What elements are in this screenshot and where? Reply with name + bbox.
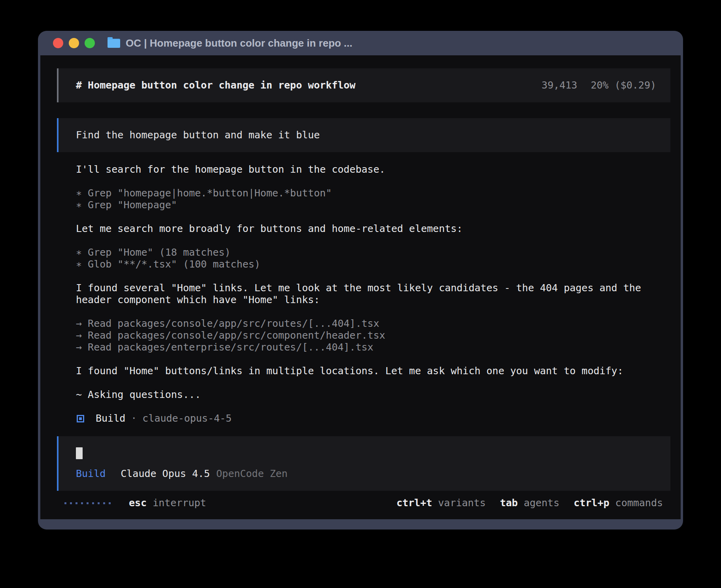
tool-call-line: ∗ Grep "homepage|home.*button|Home.*butt… (76, 187, 670, 199)
agent-separator: · (131, 413, 137, 424)
tool-call-line: ∗ Grep "Homepage" (76, 199, 670, 211)
traffic-lights (53, 38, 95, 48)
titlebar: OC | Homepage button color change in rep… (38, 31, 683, 55)
tool-call-group: ∗ Grep "homepage|home.*button|Home.*butt… (76, 187, 670, 211)
status-left: esc interrupt (64, 497, 206, 509)
input-provider-label: OpenCode Zen (216, 468, 288, 480)
input-model-label: Claude Opus 4.5 (121, 468, 210, 480)
hint-key: esc (129, 497, 147, 509)
token-count: 39,413 (542, 79, 577, 91)
hint-key: ctrl+t (396, 497, 432, 509)
status-right: ctrl+t variantstab agentsctrl+p commands (396, 497, 663, 509)
assistant-text-line: I found "Home" buttons/links in multiple… (76, 365, 670, 377)
window-title: OC | Homepage button color change in rep… (126, 37, 353, 49)
activity-dot (92, 502, 94, 504)
assistant-paragraph: I'll search for the homepage button in t… (76, 164, 670, 175)
activity-dot (75, 502, 77, 504)
zoom-button[interactable] (85, 38, 95, 48)
activity-dot (70, 502, 72, 504)
keyboard-hint: esc interrupt (129, 497, 206, 509)
tool-call-line: ∗ Grep "Home" (18 matches) (76, 247, 670, 258)
assistant-text-line: Let me search more broadly for buttons a… (76, 223, 670, 235)
prompt-input[interactable]: Build Claude Opus 4.5 OpenCode Zen (57, 436, 670, 491)
activity-dot (87, 502, 89, 504)
activity-dot (64, 502, 66, 504)
keyboard-hint: ctrl+t variants (396, 497, 486, 509)
user-message: Find the homepage button and make it blu… (57, 118, 670, 152)
agent-model: claude-opus-4-5 (142, 413, 232, 424)
text-cursor (76, 447, 83, 459)
assistant-text-line: ~ Asking questions... (76, 389, 670, 401)
assistant-text-line: header component which have "Home" links… (76, 294, 670, 306)
status-bar: esc interrupt ctrl+t variantstab agentsc… (64, 497, 663, 509)
hint-key: ctrl+p (574, 497, 609, 509)
activity-dots (64, 502, 111, 504)
hint-label: interrupt (147, 497, 206, 509)
keyboard-hint: ctrl+p commands (574, 497, 663, 509)
assistant-text-line: I found several "Home" links. Let me loo… (76, 282, 670, 294)
context-usage: 20% ($0.29) (591, 79, 656, 91)
terminal-window: OC | Homepage button color change in rep… (38, 31, 683, 530)
activity-dot (98, 502, 100, 504)
tool-call-group: ∗ Grep "Home" (18 matches)∗ Glob "**/*.t… (76, 247, 670, 270)
tool-call-line: → Read packages/console/app/src/routes/[… (76, 318, 670, 330)
assistant-paragraph: I found several "Home" links. Let me loo… (76, 282, 670, 306)
input-footer: Build Claude Opus 4.5 OpenCode Zen (76, 468, 656, 480)
hint-label: commands (610, 497, 663, 509)
keyboard-hint: tab agents (500, 497, 560, 509)
tool-call-line: → Read packages/enterprise/src/routes/[.… (76, 341, 670, 353)
hint-key: tab (500, 497, 518, 509)
assistant-text-line: I'll search for the homepage button in t… (76, 164, 670, 175)
hint-label: agents (518, 497, 559, 509)
agent-name: Build (96, 413, 125, 424)
tool-call-line: ∗ Glob "**/*.tsx" (100 matches) (76, 258, 670, 270)
assistant-paragraph: I found "Home" buttons/links in multiple… (76, 365, 670, 377)
close-button[interactable] (53, 38, 63, 48)
folder-icon (108, 39, 120, 48)
agent-build-icon (77, 415, 84, 422)
session-title: # Homepage button color change in repo w… (76, 79, 355, 91)
minimize-button[interactable] (69, 38, 79, 48)
assistant-paragraph: Let me search more broadly for buttons a… (76, 223, 670, 235)
hint-label: variants (432, 497, 485, 509)
session-header: # Homepage button color change in repo w… (57, 68, 670, 102)
user-message-text: Find the homepage button and make it blu… (76, 129, 320, 141)
tool-call-line: → Read packages/console/app/src/componen… (76, 330, 670, 341)
terminal-content: # Homepage button color change in repo w… (40, 55, 681, 519)
tool-call-group: → Read packages/console/app/src/routes/[… (76, 318, 670, 353)
assistant-paragraph: ~ Asking questions... (76, 389, 670, 401)
agent-status-row: Build · claude-opus-4-5 (76, 413, 681, 424)
assistant-transcript: I'll search for the homepage button in t… (76, 164, 670, 401)
activity-dot (103, 502, 105, 504)
input-mode-label: Build (76, 468, 106, 480)
session-meta: 39,413 20% ($0.29) (542, 79, 656, 91)
activity-dot (81, 502, 83, 504)
